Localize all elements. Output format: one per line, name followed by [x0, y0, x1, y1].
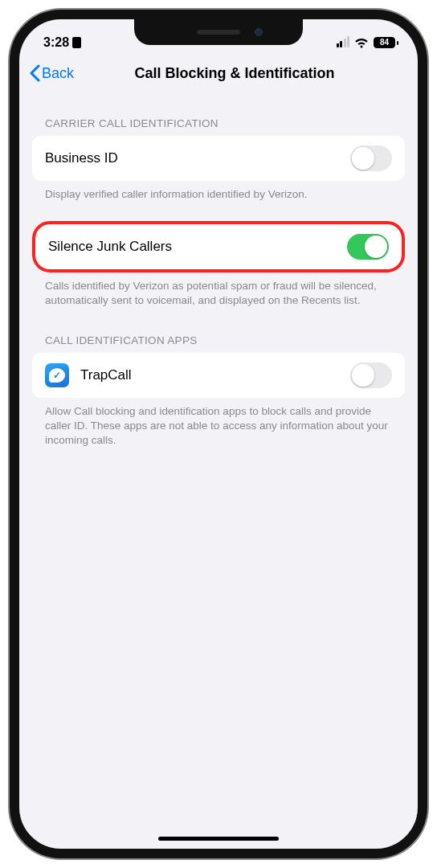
content-area: CARRIER CALL IDENTIFICATION Business ID … — [19, 92, 418, 849]
row-trapcall[interactable]: ✓ TrapCall — [32, 353, 405, 398]
home-indicator[interactable] — [158, 837, 279, 841]
battery-indicator: 84 — [374, 37, 398, 48]
screen: 3:28 84 Back — [19, 19, 418, 849]
navigation-bar: Back Call Blocking & Identification — [19, 58, 418, 92]
toggle-trapcall[interactable] — [350, 362, 392, 388]
speaker-grille — [197, 30, 240, 35]
row-silence-junk-callers[interactable]: Silence Junk Callers — [32, 221, 405, 272]
toggle-knob — [352, 147, 374, 170]
row-business-id[interactable]: Business ID — [32, 136, 405, 181]
silence-junk-label: Silence Junk Callers — [48, 239, 172, 255]
checkmark-icon: ✓ — [53, 370, 61, 381]
footer-business-id: Display verified caller information iden… — [32, 181, 405, 202]
toggle-silence-junk[interactable] — [347, 234, 389, 260]
business-id-label: Business ID — [45, 150, 118, 166]
back-button[interactable]: Back — [29, 64, 74, 82]
toggle-knob — [352, 364, 374, 387]
status-left: 3:28 — [43, 35, 81, 50]
status-time: 3:28 — [43, 35, 69, 50]
chevron-left-icon — [29, 64, 40, 82]
speech-bubble-icon: ✓ — [49, 368, 65, 383]
notch — [134, 19, 303, 45]
sim-card-icon — [72, 37, 81, 48]
trapcall-label: TrapCall — [80, 367, 132, 383]
footer-silence-junk: Calls identified by Verizon as potential… — [32, 272, 405, 308]
section-header-apps: CALL IDENTIFICATION APPS — [32, 309, 405, 353]
toggle-knob — [365, 235, 387, 258]
trapcall-app-icon: ✓ — [45, 363, 69, 387]
front-camera — [255, 28, 263, 36]
phone-frame: 3:28 84 Back — [10, 10, 427, 858]
toggle-business-id[interactable] — [350, 145, 392, 171]
cellular-signal-icon — [337, 38, 350, 47]
footer-trapcall: Allow Call blocking and identification a… — [32, 398, 405, 448]
status-right: 84 — [337, 37, 399, 48]
section-header-carrier: CARRIER CALL IDENTIFICATION — [32, 92, 405, 136]
back-label: Back — [42, 65, 74, 82]
battery-level: 84 — [374, 37, 395, 48]
page-title: Call Blocking & Identification — [19, 65, 418, 82]
wifi-icon — [354, 38, 369, 48]
